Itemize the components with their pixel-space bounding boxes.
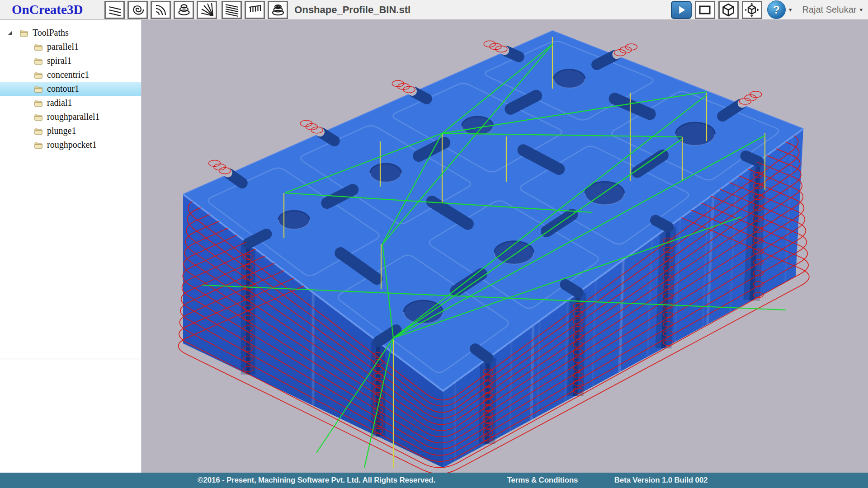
fit-icon-glyph: .f{fill:#1d1d1d;stroke:none} (745, 3, 759, 17)
spiral-icon-glyph (131, 3, 145, 17)
tree-item-roughparallel1[interactable]: roughparallel1 (0, 110, 141, 124)
toolpaths-panel: ToolPathsparallel1spiral1concentric1cont… (0, 20, 142, 473)
tree-expander-icon[interactable] (7, 30, 13, 36)
folder-icon (33, 99, 43, 107)
tree-item-label: roughparallel1 (47, 112, 100, 122)
tree-item-plunge1[interactable]: plunge1 (0, 124, 141, 138)
folder-icon (33, 85, 43, 93)
viewport-3d[interactable] (142, 20, 868, 473)
tree-item-roughpocket1[interactable]: roughpocket1 (0, 138, 141, 152)
help-button[interactable]: ? (767, 0, 786, 19)
concentric-toolpath-icon[interactable] (151, 1, 171, 19)
contour-toolpath-icon[interactable] (174, 1, 194, 19)
app-window: OnCreate3D Onshape_Profile_BIN.stl .f{fi… (0, 0, 868, 488)
terms-link[interactable]: Terms & Conditions (507, 476, 578, 485)
rough-pocket-toolpath-icon[interactable] (268, 1, 288, 19)
copyright-text: ©2016 - Present, Machining Software Pvt.… (198, 476, 435, 485)
tree-item-label: plunge1 (47, 126, 76, 136)
user-menu[interactable]: Rajat Selukar ▾ (802, 5, 863, 15)
roughpocket-icon-glyph (271, 3, 285, 17)
concentric-icon-glyph (154, 3, 168, 17)
view3d-icon-glyph (721, 3, 736, 17)
view-2d-button[interactable] (695, 1, 715, 19)
app-logo: OnCreate3D (12, 2, 83, 17)
radial-toolpath-icon[interactable] (197, 1, 217, 19)
tree-item-label: spiral1 (47, 56, 71, 66)
contour-icon-glyph (177, 3, 191, 17)
version-text: Beta Version 1.0 Build 002 (614, 476, 708, 485)
rough-toolpath-group (222, 1, 288, 19)
folder-icon (33, 71, 43, 79)
parallel-toolpath-icon[interactable] (104, 1, 125, 19)
radial-icon-glyph (200, 3, 214, 17)
folder-icon (33, 113, 43, 121)
tree-item-label: parallel1 (47, 42, 79, 52)
simulate-button[interactable] (671, 1, 692, 19)
tree-item-spiral1[interactable]: spiral1 (0, 54, 141, 68)
sidebar-divider (0, 358, 141, 360)
tree-item-toolpaths-root[interactable]: ToolPaths (0, 26, 141, 40)
view2d-icon-glyph (698, 3, 712, 17)
tree-item-label: radial1 (47, 98, 72, 108)
folder-icon (33, 141, 43, 149)
rough-parallel-toolpath-icon[interactable] (222, 1, 242, 19)
view-buttons: .f{fill:#1d1d1d;stroke:none} (695, 1, 762, 19)
scene-svg (142, 20, 868, 473)
help-icon: ? (773, 4, 780, 16)
tree-item-parallel1[interactable]: parallel1 (0, 40, 141, 54)
user-caret-icon: ▾ (859, 6, 863, 13)
tree-item-label: ToolPaths (33, 28, 69, 38)
tree-item-contour1[interactable]: contour1 (0, 82, 141, 96)
finish-toolpath-group (104, 1, 217, 19)
spiral-toolpath-icon[interactable] (127, 1, 148, 19)
roughparallel-icon-glyph (225, 3, 239, 17)
help-caret-icon[interactable]: ▾ (789, 6, 792, 13)
tree-item-concentric1[interactable]: concentric1 (0, 68, 141, 82)
folder-icon (33, 57, 43, 65)
folder-icon (33, 43, 43, 51)
fit-view-button[interactable]: .f{fill:#1d1d1d;stroke:none} (742, 1, 762, 19)
tree-item-radial1[interactable]: radial1 (0, 96, 141, 110)
toolpaths-tree: ToolPathsparallel1spiral1concentric1cont… (0, 20, 141, 152)
view-controls-group: .f{fill:#1d1d1d;stroke:none} ? ▾ Rajat S… (671, 0, 863, 19)
footer-bar: ©2016 - Present, Machining Software Pvt.… (0, 473, 868, 488)
plunge-toolpath-icon[interactable] (245, 1, 265, 19)
plunge-icon-glyph (248, 3, 262, 17)
header-toolbar: OnCreate3D Onshape_Profile_BIN.stl .f{fi… (0, 0, 868, 20)
tree-item-label: contour1 (47, 84, 79, 94)
tree-item-label: concentric1 (47, 70, 89, 80)
tree-item-label: roughpocket1 (47, 140, 97, 150)
view-3d-button[interactable] (718, 1, 739, 19)
folder-icon (33, 127, 43, 135)
user-name: Rajat Selukar (802, 5, 856, 15)
folder-icon (19, 29, 29, 37)
play-icon (675, 3, 688, 17)
parallel-icon-glyph (108, 3, 122, 17)
open-filename: Onshape_Profile_BIN.stl (294, 4, 410, 16)
